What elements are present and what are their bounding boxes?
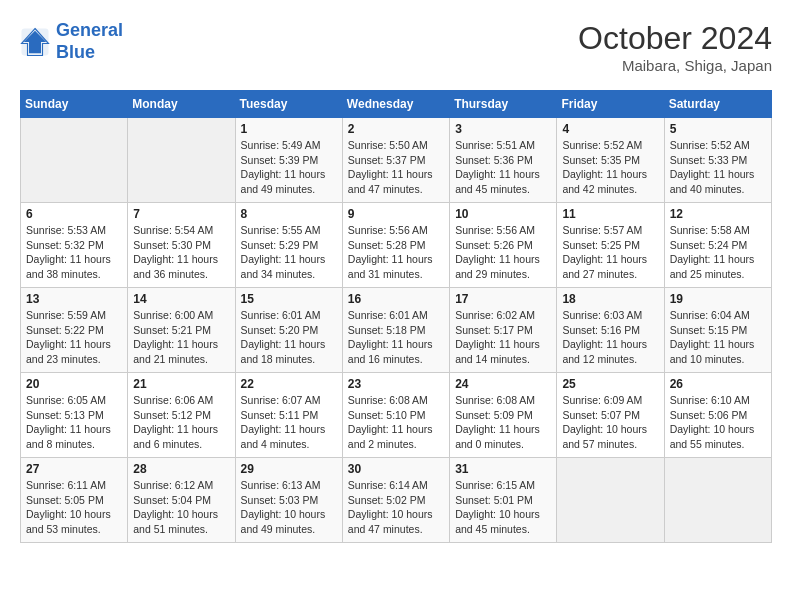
day-info: Sunrise: 6:15 AMSunset: 5:01 PMDaylight:… — [455, 478, 551, 537]
day-number: 26 — [670, 377, 766, 391]
table-row: 8Sunrise: 5:55 AMSunset: 5:29 PMDaylight… — [235, 203, 342, 288]
day-number: 30 — [348, 462, 444, 476]
day-info: Sunrise: 6:00 AMSunset: 5:21 PMDaylight:… — [133, 308, 229, 367]
day-number: 16 — [348, 292, 444, 306]
day-number: 15 — [241, 292, 337, 306]
day-info: Sunrise: 6:05 AMSunset: 5:13 PMDaylight:… — [26, 393, 122, 452]
table-row: 31Sunrise: 6:15 AMSunset: 5:01 PMDayligh… — [450, 458, 557, 543]
table-row: 6Sunrise: 5:53 AMSunset: 5:32 PMDaylight… — [21, 203, 128, 288]
day-info: Sunrise: 5:50 AMSunset: 5:37 PMDaylight:… — [348, 138, 444, 197]
calendar-body: 1Sunrise: 5:49 AMSunset: 5:39 PMDaylight… — [21, 118, 772, 543]
day-number: 7 — [133, 207, 229, 221]
col-monday: Monday — [128, 91, 235, 118]
day-info: Sunrise: 6:08 AMSunset: 5:09 PMDaylight:… — [455, 393, 551, 452]
page-header: General Blue October 2024 Maibara, Shiga… — [20, 20, 772, 74]
day-number: 18 — [562, 292, 658, 306]
table-row: 15Sunrise: 6:01 AMSunset: 5:20 PMDayligh… — [235, 288, 342, 373]
day-number: 8 — [241, 207, 337, 221]
day-number: 6 — [26, 207, 122, 221]
day-info: Sunrise: 5:52 AMSunset: 5:35 PMDaylight:… — [562, 138, 658, 197]
table-row: 4Sunrise: 5:52 AMSunset: 5:35 PMDaylight… — [557, 118, 664, 203]
day-number: 2 — [348, 122, 444, 136]
day-number: 12 — [670, 207, 766, 221]
day-info: Sunrise: 6:08 AMSunset: 5:10 PMDaylight:… — [348, 393, 444, 452]
table-row: 21Sunrise: 6:06 AMSunset: 5:12 PMDayligh… — [128, 373, 235, 458]
logo: General Blue — [20, 20, 123, 63]
day-info: Sunrise: 6:10 AMSunset: 5:06 PMDaylight:… — [670, 393, 766, 452]
day-info: Sunrise: 6:13 AMSunset: 5:03 PMDaylight:… — [241, 478, 337, 537]
table-row: 25Sunrise: 6:09 AMSunset: 5:07 PMDayligh… — [557, 373, 664, 458]
day-number: 1 — [241, 122, 337, 136]
day-number: 24 — [455, 377, 551, 391]
logo-icon — [20, 27, 50, 57]
day-number: 22 — [241, 377, 337, 391]
col-tuesday: Tuesday — [235, 91, 342, 118]
table-row: 18Sunrise: 6:03 AMSunset: 5:16 PMDayligh… — [557, 288, 664, 373]
day-info: Sunrise: 6:06 AMSunset: 5:12 PMDaylight:… — [133, 393, 229, 452]
calendar-header: Sunday Monday Tuesday Wednesday Thursday… — [21, 91, 772, 118]
day-info: Sunrise: 6:14 AMSunset: 5:02 PMDaylight:… — [348, 478, 444, 537]
table-row — [128, 118, 235, 203]
day-number: 3 — [455, 122, 551, 136]
month-title: October 2024 — [578, 20, 772, 57]
table-row: 7Sunrise: 5:54 AMSunset: 5:30 PMDaylight… — [128, 203, 235, 288]
table-row: 26Sunrise: 6:10 AMSunset: 5:06 PMDayligh… — [664, 373, 771, 458]
day-info: Sunrise: 5:59 AMSunset: 5:22 PMDaylight:… — [26, 308, 122, 367]
table-row: 12Sunrise: 5:58 AMSunset: 5:24 PMDayligh… — [664, 203, 771, 288]
logo-general: General — [56, 20, 123, 40]
day-number: 9 — [348, 207, 444, 221]
day-info: Sunrise: 5:56 AMSunset: 5:28 PMDaylight:… — [348, 223, 444, 282]
table-row: 29Sunrise: 6:13 AMSunset: 5:03 PMDayligh… — [235, 458, 342, 543]
day-number: 13 — [26, 292, 122, 306]
day-info: Sunrise: 6:12 AMSunset: 5:04 PMDaylight:… — [133, 478, 229, 537]
col-friday: Friday — [557, 91, 664, 118]
table-row: 5Sunrise: 5:52 AMSunset: 5:33 PMDaylight… — [664, 118, 771, 203]
table-row: 9Sunrise: 5:56 AMSunset: 5:28 PMDaylight… — [342, 203, 449, 288]
table-row: 11Sunrise: 5:57 AMSunset: 5:25 PMDayligh… — [557, 203, 664, 288]
table-row: 3Sunrise: 5:51 AMSunset: 5:36 PMDaylight… — [450, 118, 557, 203]
table-row: 2Sunrise: 5:50 AMSunset: 5:37 PMDaylight… — [342, 118, 449, 203]
table-row: 23Sunrise: 6:08 AMSunset: 5:10 PMDayligh… — [342, 373, 449, 458]
day-info: Sunrise: 5:51 AMSunset: 5:36 PMDaylight:… — [455, 138, 551, 197]
calendar: Sunday Monday Tuesday Wednesday Thursday… — [20, 90, 772, 543]
day-number: 4 — [562, 122, 658, 136]
title-block: October 2024 Maibara, Shiga, Japan — [578, 20, 772, 74]
day-info: Sunrise: 5:55 AMSunset: 5:29 PMDaylight:… — [241, 223, 337, 282]
day-info: Sunrise: 5:57 AMSunset: 5:25 PMDaylight:… — [562, 223, 658, 282]
table-row: 30Sunrise: 6:14 AMSunset: 5:02 PMDayligh… — [342, 458, 449, 543]
col-wednesday: Wednesday — [342, 91, 449, 118]
day-info: Sunrise: 5:49 AMSunset: 5:39 PMDaylight:… — [241, 138, 337, 197]
day-info: Sunrise: 5:52 AMSunset: 5:33 PMDaylight:… — [670, 138, 766, 197]
day-number: 25 — [562, 377, 658, 391]
day-number: 17 — [455, 292, 551, 306]
table-row: 27Sunrise: 6:11 AMSunset: 5:05 PMDayligh… — [21, 458, 128, 543]
table-row: 1Sunrise: 5:49 AMSunset: 5:39 PMDaylight… — [235, 118, 342, 203]
table-row: 10Sunrise: 5:56 AMSunset: 5:26 PMDayligh… — [450, 203, 557, 288]
day-info: Sunrise: 6:02 AMSunset: 5:17 PMDaylight:… — [455, 308, 551, 367]
day-number: 28 — [133, 462, 229, 476]
day-info: Sunrise: 6:03 AMSunset: 5:16 PMDaylight:… — [562, 308, 658, 367]
day-number: 27 — [26, 462, 122, 476]
table-row: 17Sunrise: 6:02 AMSunset: 5:17 PMDayligh… — [450, 288, 557, 373]
table-row: 22Sunrise: 6:07 AMSunset: 5:11 PMDayligh… — [235, 373, 342, 458]
table-row — [21, 118, 128, 203]
day-number: 29 — [241, 462, 337, 476]
day-number: 10 — [455, 207, 551, 221]
table-row: 13Sunrise: 5:59 AMSunset: 5:22 PMDayligh… — [21, 288, 128, 373]
day-info: Sunrise: 5:53 AMSunset: 5:32 PMDaylight:… — [26, 223, 122, 282]
day-number: 5 — [670, 122, 766, 136]
day-info: Sunrise: 6:01 AMSunset: 5:20 PMDaylight:… — [241, 308, 337, 367]
day-info: Sunrise: 5:56 AMSunset: 5:26 PMDaylight:… — [455, 223, 551, 282]
location: Maibara, Shiga, Japan — [578, 57, 772, 74]
table-row: 16Sunrise: 6:01 AMSunset: 5:18 PMDayligh… — [342, 288, 449, 373]
day-number: 11 — [562, 207, 658, 221]
day-info: Sunrise: 5:58 AMSunset: 5:24 PMDaylight:… — [670, 223, 766, 282]
day-number: 20 — [26, 377, 122, 391]
col-sunday: Sunday — [21, 91, 128, 118]
col-saturday: Saturday — [664, 91, 771, 118]
table-row — [664, 458, 771, 543]
day-number: 31 — [455, 462, 551, 476]
day-info: Sunrise: 5:54 AMSunset: 5:30 PMDaylight:… — [133, 223, 229, 282]
table-row: 24Sunrise: 6:08 AMSunset: 5:09 PMDayligh… — [450, 373, 557, 458]
day-info: Sunrise: 6:07 AMSunset: 5:11 PMDaylight:… — [241, 393, 337, 452]
